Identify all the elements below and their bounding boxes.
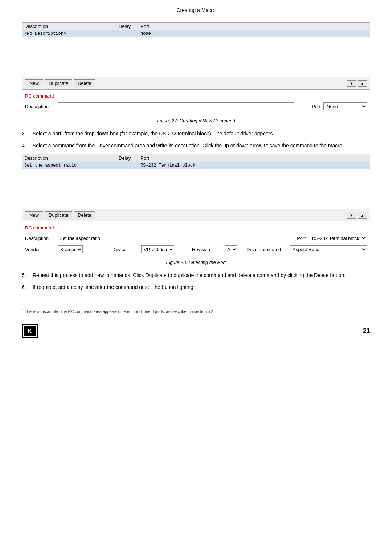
panel-buttons-2: New Duplicate Delete ▼ ▲ <box>22 209 370 221</box>
figure28-panel: Description Delay Port Set the aspect ra… <box>22 154 370 256</box>
step3-number: 3. <box>22 130 33 138</box>
footnote-text: This is an example. The RC command area … <box>25 309 213 314</box>
figure27-caption: Figure 27: Creating a New Command <box>22 118 370 123</box>
rc-desc-input-2[interactable] <box>58 234 279 242</box>
page-number: 21 <box>363 327 370 335</box>
up-button-2[interactable]: ▲ <box>358 212 367 219</box>
table-row-2: Set the aspect ratio RS-232 Terminal blo… <box>22 162 370 169</box>
step4-number: 4. <box>22 142 33 150</box>
step5-item: 5. Repeat this process to add new comman… <box>22 272 370 279</box>
col-delay-header-2: Delay <box>119 155 140 161</box>
row1-port: None <box>140 31 368 36</box>
table-header-1: Description Delay Port <box>22 23 370 30</box>
device-select-wrapper: VP-725dsa <box>141 245 192 253</box>
vendor-label: Vendor <box>25 247 58 252</box>
rc-port-select-2[interactable]: RS-232 Terminal block <box>309 234 367 242</box>
table-body-area-2 <box>22 169 370 209</box>
new-button-1[interactable]: New <box>25 79 43 87</box>
row2-port: RS-232 Terminal block <box>140 163 368 168</box>
rc-port-select-1[interactable]: None <box>323 102 367 110</box>
down-button-1[interactable]: ▼ <box>347 80 356 87</box>
rc-desc-label-1: Description <box>25 104 58 109</box>
step3-item: 3. Select a port1 from the drop-down box… <box>22 130 370 138</box>
driver-select-wrapper: Aspect Ratio <box>290 245 367 253</box>
driver-label: Driver command <box>246 247 290 252</box>
step4-text: Select a command from the Driver command… <box>33 142 370 150</box>
rc-row-desc-2: Description Port RS-232 Terminal block <box>25 234 367 242</box>
step6-item: 6. If required, set a delay time after t… <box>22 283 370 291</box>
delete-button-2[interactable]: Delete <box>74 211 95 219</box>
footnote-number: 1 <box>22 309 25 314</box>
delete-button-1[interactable]: Delete <box>74 79 95 87</box>
row2-desc: Set the aspect ratio <box>24 163 119 168</box>
panel-buttons-1: New Duplicate Delete ▼ ▲ <box>22 77 370 89</box>
kramer-logo: K <box>22 324 38 338</box>
revision-select-wrapper: A <box>225 245 246 253</box>
rc-row-vendor: Vendor Kramer Device VP-725dsa Revision … <box>25 244 367 253</box>
kramer-logo-svg: K <box>24 326 36 336</box>
figure27-panel: Description Delay Port <No Description> … <box>22 22 370 114</box>
row1-delay <box>119 31 140 36</box>
step6-text: If required, set a delay time after the … <box>33 283 370 291</box>
table-header-2: Description Delay Port <box>22 154 370 162</box>
driver-select[interactable]: Aspect Ratio <box>290 245 367 253</box>
rc-port-label-1: Port <box>294 104 323 109</box>
step3-text: Select a port1 from the drop-down box (f… <box>33 130 370 138</box>
down-button-2[interactable]: ▼ <box>347 212 356 219</box>
table-row-1: <No Description> None <box>22 30 370 37</box>
rc-title-1: RC command <box>25 93 367 100</box>
page-footer: K 21 <box>22 321 370 338</box>
col-port-header: Port <box>140 24 368 29</box>
rc-desc-input-1[interactable] <box>58 102 294 110</box>
rc-section-1: RC command Description Port None <box>22 91 370 114</box>
col-desc-header: Description <box>24 24 119 29</box>
figure28-caption: Figure 28: Selecting the Port <box>22 260 370 265</box>
steps-5-6: 5. Repeat this process to add new comman… <box>22 272 370 291</box>
row1-desc: <No Description> <box>24 31 119 36</box>
rc-desc-label-2: Description <box>25 236 58 241</box>
figure27-table: Description Delay Port <No Description> … <box>22 22 370 90</box>
revision-select[interactable]: A <box>225 245 237 253</box>
col-port-header-2: Port <box>140 155 368 161</box>
row2-delay <box>119 163 140 168</box>
col-desc-header-2: Description <box>24 155 119 161</box>
step-list: 3. Select a port1 from the drop-down box… <box>22 130 370 150</box>
vendor-select-wrapper: Kramer <box>58 245 112 253</box>
step5-number: 5. <box>22 272 33 279</box>
new-button-2[interactable]: New <box>25 211 43 219</box>
rc-port-label-2: Port <box>279 236 309 241</box>
rc-row-desc-1: Description Port None <box>25 102 367 110</box>
duplicate-button-1[interactable]: Duplicate <box>45 79 72 87</box>
rc-title-2: RC command <box>25 225 367 232</box>
step4-item: 4. Select a command from the Driver comm… <box>22 142 370 150</box>
footnote-section: 1 This is an example. The RC command are… <box>22 306 370 314</box>
rc-section-2: RC command Description Port RS-232 Termi… <box>22 223 370 256</box>
device-label: Device <box>112 247 141 252</box>
table-empty-area-1 <box>22 37 370 77</box>
svg-text:K: K <box>28 328 32 334</box>
step5-text: Repeat this process to add new commands.… <box>33 272 370 279</box>
step6-number: 6. <box>22 283 33 291</box>
up-button-1[interactable]: ▲ <box>358 80 367 87</box>
page-title: Creating a Macro <box>22 7 370 16</box>
figure28-table: Description Delay Port Set the aspect ra… <box>22 154 370 221</box>
col-delay-header: Delay <box>119 24 140 29</box>
vendor-select[interactable]: Kramer <box>58 245 83 253</box>
device-select[interactable]: VP-725dsa <box>141 245 174 253</box>
revision-label: Revision <box>192 247 225 252</box>
duplicate-button-2[interactable]: Duplicate <box>45 211 72 219</box>
